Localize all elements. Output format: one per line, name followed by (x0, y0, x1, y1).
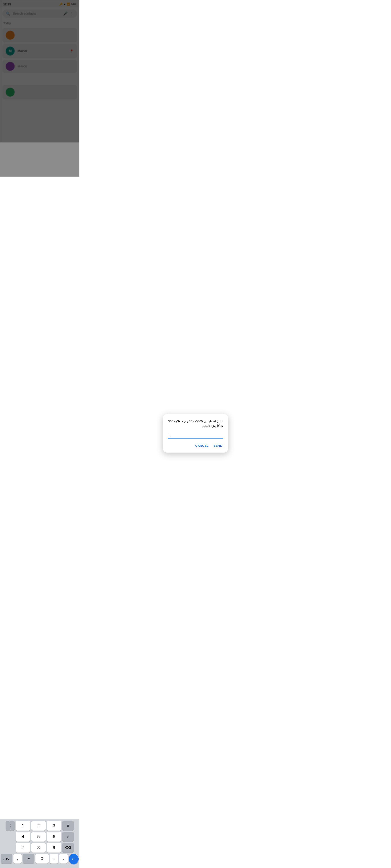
dialog-overlay (0, 0, 79, 177)
